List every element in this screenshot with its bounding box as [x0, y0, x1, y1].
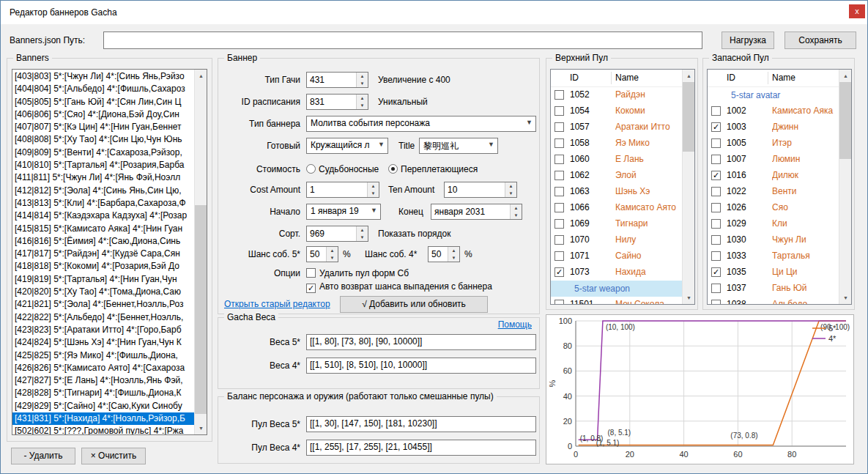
pool-row[interactable]: 1029Кли — [708, 216, 839, 232]
sort-input[interactable]: 969 ▲▼ — [306, 226, 368, 242]
checkbox-icon[interactable] — [554, 106, 564, 116]
scroll-down-icon[interactable]: ▼ — [683, 292, 695, 304]
add-or-update-button[interactable]: √ Добавить или обновить — [340, 296, 488, 313]
pool-section-row[interactable]: 5-star weapon — [551, 281, 682, 297]
spinner-icon[interactable]: ▲▼ — [356, 226, 368, 241]
checkbox-icon[interactable] — [711, 235, 721, 245]
banner-list-item[interactable]: [415|815] 5*:[Камисато Аяка] 4*:[Нин Гуа… — [12, 223, 194, 235]
checkbox-icon[interactable] — [554, 235, 564, 245]
banner-list-item[interactable]: [404|804] 5*:[Альбедо] 4*:[Фишль,Сахароз — [12, 83, 194, 95]
banner-list-item[interactable]: [410|810] 5*:[Тарталья] 4*:[Розария,Барб… — [12, 159, 194, 171]
checkbox-icon[interactable] — [554, 187, 564, 196]
end-date-picker[interactable]: января 2031 ▲▼ — [431, 204, 522, 220]
spinner-icon[interactable]: ▲▼ — [356, 95, 368, 109]
scroll-thumb[interactable] — [683, 82, 695, 152]
scroll-down-icon[interactable]: ▼ — [195, 422, 207, 434]
scroll-up-icon[interactable]: ▲ — [839, 70, 852, 82]
banner-list-item[interactable]: [425|825] 5*:[Яэ Мико] 4*:[Фишль,Диона, — [12, 349, 194, 362]
close-button[interactable]: x — [849, 4, 865, 18]
pool-row[interactable]: 1007Люмин — [708, 152, 839, 168]
pool-row[interactable]: 1062Элой — [551, 168, 682, 184]
banner-list-item[interactable]: [416|816] 5*:[Ёимия] 4*:[Саю,Диона,Синь — [12, 235, 194, 248]
banner-list-item[interactable]: [409|809] 5*:[Венти] 4*:[Сахароза,Рэйзор… — [12, 147, 194, 159]
begin-date-picker[interactable]: 1 января 19 ▼ — [306, 204, 381, 220]
clear-banners-button[interactable]: × Очистить — [81, 448, 146, 464]
load-button[interactable]: Нагрузка — [722, 32, 774, 49]
pool-row[interactable]: 1066Камисато Аято — [551, 200, 682, 216]
checkbox-icon[interactable] — [711, 187, 721, 196]
upper-pool-scrollbar[interactable]: ▲ ▼ — [682, 70, 694, 304]
checkbox-icon[interactable] — [554, 300, 564, 305]
pool-row[interactable]: 1033Тарталья — [708, 248, 839, 264]
banner-list-item[interactable]: [426|826] 5*:[Камисато Аято] 4*:[Сахароз… — [12, 362, 194, 374]
pool-row[interactable]: 1058Яэ Мико — [551, 136, 682, 152]
pool-row[interactable]: 1070Нилу — [551, 232, 682, 248]
checkbox-icon[interactable] — [554, 203, 564, 212]
banners-scrollbar[interactable]: ▲ ▼ — [194, 70, 207, 434]
checkbox-icon[interactable] — [711, 300, 721, 305]
banner-list-item[interactable]: [405|805] 5*:[Гань Юй] 4*:[Сян Лин,Син Ц — [12, 96, 194, 108]
banner-list-item[interactable]: [424|824] 5*:[Шэнь Хэ] 4*:[Нин Гуан,Чун … — [12, 336, 194, 349]
checkbox-icon[interactable] — [554, 90, 564, 100]
banner-list-item[interactable]: [420|820] 5*:[Ху Тао] 4*:[Тома,Диона,Саю — [12, 286, 194, 298]
pool-row[interactable]: 1038Альбедо — [708, 297, 839, 305]
cost-radio-intertwined[interactable]: Переплетающиеся — [388, 161, 478, 177]
pool-row[interactable]: ✓1073Нахида — [551, 264, 682, 281]
checkbox-icon[interactable] — [711, 203, 721, 212]
banner-list-item[interactable]: [417|817] 5*:[Райдэн] 4*:[Кудзё Сара,Сян — [12, 248, 194, 260]
title-select[interactable]: 黎明巡礼 ▼ — [419, 138, 498, 154]
pool-row[interactable]: 1022Венти — [708, 184, 839, 200]
banner-list-item[interactable]: [419|819] 5*:[Тарталья] 4*:[Нин Гуан,Чун — [12, 273, 194, 286]
banner-type-select[interactable]: Молитва события персонажа ▼ — [306, 116, 536, 132]
banner-list-item[interactable]: [407|807] 5*:[Кэ Цин] 4*:[Нин Гуан,Бенне… — [12, 121, 194, 133]
banner-list-item[interactable]: [418|818] 5*:[Кокоми] 4*:[Розария,Бэй До — [12, 260, 194, 273]
checkbox-icon[interactable] — [554, 138, 564, 148]
pool-section-row[interactable]: 5-star avatar — [708, 87, 839, 103]
event-chance-5-input[interactable]: 50 ▲▼ — [306, 246, 338, 262]
banner-list-item[interactable]: [502|602] 5*:[???,Громовой пульс] 4*:[Рж… — [12, 425, 194, 434]
cost-amount-input[interactable]: 1 ▲▼ — [306, 182, 379, 198]
banner-list-item[interactable]: [427|827] 5*:[Е Лань] 4*:[Ноэлль,Янь Фэй… — [12, 374, 194, 387]
checkbox-icon[interactable] — [554, 171, 564, 180]
pool-row[interactable]: ✓1003Джинн — [708, 119, 839, 136]
checkbox-icon[interactable] — [711, 284, 721, 293]
event-chance-4-input[interactable]: 50 ▲▼ — [428, 246, 460, 262]
banner-list-item[interactable]: [403|803] 5*:[Чжун Ли] 4*:[Синь Янь,Рэйз… — [12, 70, 194, 83]
pool-row[interactable]: 1002Камисато Аяка — [708, 103, 839, 119]
pool-row[interactable]: 1005Итэр — [708, 136, 839, 152]
pool-row[interactable]: 1069Тигнари — [551, 216, 682, 232]
checkbox-icon[interactable] — [554, 251, 564, 261]
save-button[interactable]: Сохранять — [784, 32, 856, 49]
scroll-up-icon[interactable]: ▲ — [683, 70, 695, 82]
banner-list-item[interactable]: [423|823] 5*:[Аратаки Итто] 4*:[Горо,Бар… — [12, 324, 194, 336]
pool-row[interactable]: 1026Сяо — [708, 200, 839, 216]
pool-row[interactable]: 11501Меч Сокола — [551, 297, 682, 305]
option-auto-checkbox[interactable]: ✓Авто возврат шанса выпадения с баннера — [306, 280, 492, 293]
pool-row[interactable]: 1030Чжун Ли — [708, 232, 839, 248]
spinner-icon[interactable]: ▲▼ — [367, 182, 379, 197]
column-header-id[interactable]: ID — [570, 73, 579, 83]
ten-amount-input[interactable]: 10 ▲▼ — [444, 182, 517, 198]
scroll-thumb[interactable] — [839, 82, 852, 159]
schedule-id-input[interactable]: 831 ▲▼ — [306, 94, 368, 110]
banner-list-item[interactable]: [413|813] 5*:[Кли] 4*:[Барбара,Сахароза,… — [12, 197, 194, 210]
prefab-select[interactable]: Кружащийся л ▼ — [306, 138, 388, 154]
scroll-down-icon[interactable]: ▼ — [839, 292, 852, 304]
spinner-icon[interactable]: ▲▼ — [510, 204, 522, 219]
checkbox-checked-icon[interactable]: ✓ — [711, 122, 721, 132]
banner-list-item[interactable]: [406|806] 5*:[Сяо] 4*:[Диона,Бэй Доу,Син — [12, 108, 194, 121]
pool-row[interactable]: 1037Гань Юй — [708, 281, 839, 297]
gacha-type-input[interactable]: 431 ▲▼ — [306, 72, 368, 88]
pool-row[interactable]: 1063Шэнь Хэ — [551, 184, 682, 200]
path-input[interactable] — [103, 32, 702, 49]
column-header-id[interactable]: ID — [727, 73, 735, 83]
reserve-pool-scrollbar[interactable]: ▲ ▼ — [839, 70, 851, 304]
banner-list-item[interactable]: [414|814] 5*:[Каэдэхара Кадзуха] 4*:[Роз… — [12, 210, 194, 222]
checkbox-icon[interactable] — [554, 155, 564, 164]
pool-row[interactable]: 1071Сайно — [551, 248, 682, 264]
help-link[interactable]: Помощь — [498, 319, 532, 330]
pool-row[interactable]: 1052Райдэн — [551, 87, 682, 103]
scroll-up-icon[interactable]: ▲ — [195, 70, 207, 82]
weights-4-input[interactable]: [[1, 510], [8, 510], [10, 10000]] — [306, 358, 536, 374]
checkbox-checked-icon[interactable]: ✓ — [554, 267, 564, 277]
